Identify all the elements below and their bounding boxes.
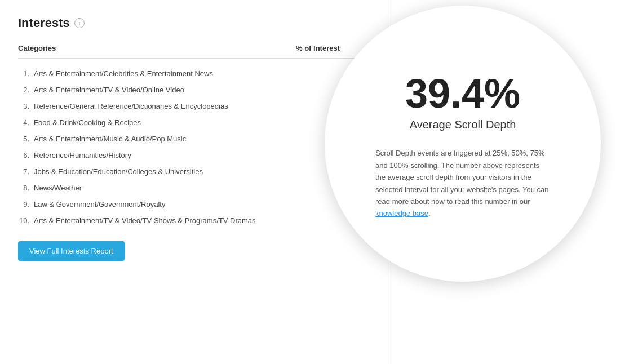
- row-name-5: Reference/Humanities/History: [34, 151, 131, 159]
- table-row: 1. Arts & Entertainment/Celebrities & En…: [18, 65, 374, 82]
- scroll-panel: Scroll 39.4% Average Scroll Depth Scroll…: [392, 0, 629, 364]
- row-name-7: News/Weather: [34, 184, 82, 192]
- scroll-depth-tooltip: 39.4% Average Scroll Depth Scroll Depth …: [325, 6, 601, 282]
- table-row: 5. Arts & Entertainment/Music & Audio/Po…: [18, 131, 374, 147]
- col-header-categories: Categories: [18, 44, 56, 52]
- scroll-desc-end: .: [428, 209, 431, 217]
- table-row: 4. Food & Drink/Cooking & Recipes: [18, 114, 374, 131]
- row-num-8: 9.: [18, 200, 29, 208]
- table-row: 6. Reference/Humanities/History: [18, 147, 374, 163]
- row-left-5: 6. Reference/Humanities/History: [18, 151, 345, 159]
- row-num-7: 8.: [18, 184, 29, 192]
- row-left-7: 8. News/Weather: [18, 184, 345, 192]
- row-left-9: 10. Arts & Entertainment/TV & Video/TV S…: [18, 216, 345, 225]
- scroll-depth-label: Average Scroll Depth: [410, 118, 516, 131]
- table-row: 9. Law & Government/Government/Royalty 1…: [18, 196, 374, 212]
- row-left-1: 2. Arts & Entertainment/TV & Video/Onlin…: [18, 86, 345, 94]
- table-row: 7. Jobs & Education/Education/Colleges &…: [18, 163, 374, 180]
- row-left-6: 7. Jobs & Education/Education/Colleges &…: [18, 167, 345, 176]
- row-left-2: 3. Reference/General Reference/Dictionar…: [18, 102, 345, 110]
- row-num-0: 1.: [18, 69, 29, 78]
- row-num-2: 3.: [18, 102, 29, 110]
- table-row: 3. Reference/General Reference/Dictionar…: [18, 98, 374, 114]
- row-num-4: 5.: [18, 135, 29, 143]
- row-name-8: Law & Government/Government/Royalty: [34, 200, 165, 208]
- info-icon[interactable]: i: [74, 18, 85, 28]
- row-left-3: 4. Food & Drink/Cooking & Recipes: [18, 118, 345, 127]
- row-name-4: Arts & Entertainment/Music & Audio/Pop M…: [34, 135, 186, 143]
- row-name-9: Arts & Entertainment/TV & Video/TV Shows…: [34, 216, 256, 225]
- row-name-0: Arts & Entertainment/Celebrities & Enter…: [34, 69, 213, 78]
- interest-table: 1. Arts & Entertainment/Celebrities & En…: [18, 65, 374, 229]
- panel-title: Interests: [18, 16, 70, 30]
- row-name-3: Food & Drink/Cooking & Recipes: [34, 118, 141, 127]
- row-name-2: Reference/General Reference/Dictionaries…: [34, 102, 228, 110]
- view-full-interests-button[interactable]: View Full Interests Report: [18, 241, 125, 261]
- row-left-0: 1. Arts & Entertainment/Celebrities & En…: [18, 69, 345, 78]
- row-num-3: 4.: [18, 118, 29, 127]
- scroll-depth-percentage: 39.4%: [405, 73, 520, 114]
- table-row: 8. News/Weather: [18, 180, 374, 196]
- row-left-4: 5. Arts & Entertainment/Music & Audio/Po…: [18, 135, 345, 143]
- row-name-1: Arts & Entertainment/TV & Video/Online V…: [34, 86, 184, 94]
- row-num-6: 7.: [18, 167, 29, 176]
- row-num-5: 6.: [18, 151, 29, 159]
- table-row: 10. Arts & Entertainment/TV & Video/TV S…: [18, 212, 374, 229]
- row-num-1: 2.: [18, 86, 29, 94]
- row-name-6: Jobs & Education/Education/Colleges & Un…: [34, 167, 203, 176]
- knowledge-base-link[interactable]: knowledge base: [375, 209, 428, 217]
- table-row: 2. Arts & Entertainment/TV & Video/Onlin…: [18, 82, 374, 98]
- row-left-8: 9. Law & Government/Government/Royalty: [18, 200, 345, 208]
- row-num-9: 10.: [18, 216, 29, 225]
- scroll-desc-text: Scroll Depth events are triggered at 25%…: [375, 149, 548, 206]
- table-header: Categories % of Interest: [18, 44, 374, 59]
- scroll-depth-description: Scroll Depth events are triggered at 25%…: [375, 147, 550, 220]
